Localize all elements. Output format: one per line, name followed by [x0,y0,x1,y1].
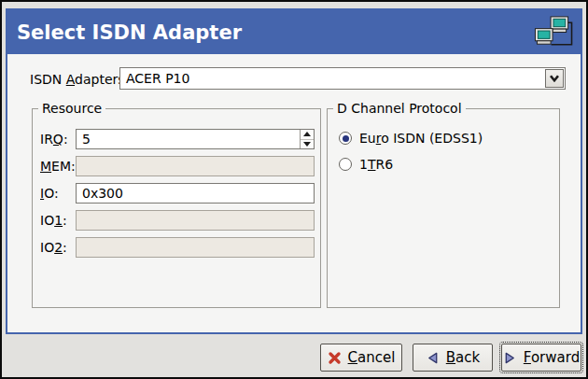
dialog-select-isdn-adapter: Select ISDN Adapter ISDN Adapters: ACER … [0,0,588,379]
radio-euro-isdn-label: Euro ISDN (EDSS1) [359,131,483,146]
form-area: ISDN Adapters: ACER P10 Resource IRQ: [7,54,581,332]
spin-up-button[interactable] [301,130,314,140]
mem-input [77,157,314,175]
back-arrow-icon [426,351,440,365]
io2-field [76,237,315,258]
irq-spin-buttons [300,130,314,148]
forward-button-label: Forward [524,349,580,366]
io1-field [76,210,315,231]
page-title: Select ISDN Adapter [17,21,242,44]
io-field [76,183,315,204]
mem-field [76,156,315,176]
irq-input[interactable] [77,130,300,148]
isdn-adapters-combobox[interactable]: ACER P10 [119,67,566,90]
wizard-panel: Select ISDN Adapter ISDN Adapters: ACER … [6,8,582,334]
spin-down-button[interactable] [301,140,314,149]
io-input[interactable] [77,184,314,203]
forward-button[interactable]: Forward [501,344,581,372]
io1-label: IO1: [40,213,67,228]
io-label: IO: [40,186,59,201]
radio-button-icon [339,132,352,145]
radio-euro-isdn[interactable]: Euro ISDN (EDSS1) [339,131,483,146]
back-button[interactable]: Back [413,344,493,372]
network-computers-icon [534,15,573,50]
cancel-button[interactable]: Cancel [320,344,402,372]
mem-label: MEM: [40,159,76,174]
cancel-x-icon [328,351,342,365]
irq-label: IRQ: [40,132,68,147]
io1-row: IO1: [33,210,320,231]
cancel-button-label: Cancel [348,349,396,366]
back-button-label: Back [446,349,480,366]
io2-input [77,238,314,257]
irq-spinbox [76,129,315,149]
io2-row: IO2: [33,237,320,258]
radio-1tr6-label: 1TR6 [359,157,393,172]
dchannel-group: D Channel Protocol Euro ISDN (EDSS1) 1TR… [327,101,560,308]
dropdown-arrow-button[interactable] [545,69,564,88]
isdn-adapters-label: ISDN Adapters: [30,72,129,87]
isdn-adapters-value: ACER P10 [120,68,544,89]
io1-input [77,211,314,230]
spin-down-icon [303,142,311,147]
forward-arrow-icon [503,351,517,365]
radio-button-icon [339,158,352,171]
io2-label: IO2: [40,240,67,255]
resource-group: Resource IRQ: [32,101,321,308]
radio-1tr6[interactable]: 1TR6 [339,157,393,172]
resource-legend: Resource [38,101,105,116]
irq-row: IRQ: [33,129,320,149]
spin-up-icon [303,132,311,136]
title-banner: Select ISDN Adapter [7,10,581,54]
chevron-down-icon [549,75,560,82]
dchannel-legend: D Channel Protocol [333,101,466,116]
mem-row: MEM: [33,156,320,176]
io-row: IO: [33,183,320,204]
